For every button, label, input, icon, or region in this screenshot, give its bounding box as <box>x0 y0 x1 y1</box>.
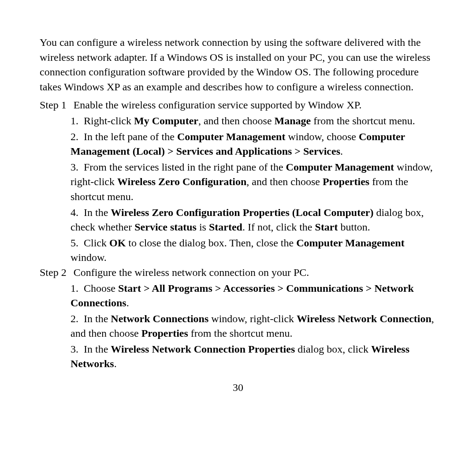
bold-term: Computer Management <box>296 237 405 249</box>
substep-number: 1. <box>71 115 78 126</box>
step-1-substeps: 1. Right-click My Computer, and then cho… <box>40 114 436 265</box>
substep-text: dialog box, click <box>295 343 371 355</box>
substep-number: 3. <box>71 161 78 173</box>
substep-text: Choose <box>84 283 118 294</box>
bold-term: My Computer <box>134 115 198 126</box>
step-1-sub-1: 1. Right-click My Computer, and then cho… <box>71 114 436 129</box>
substep-text: In the left pane of the <box>84 131 177 142</box>
substep-text: In the <box>84 313 111 324</box>
substep-text: button. <box>338 221 370 233</box>
step-2: Step 2 Configure the wireless network co… <box>40 265 436 280</box>
substep-text: window, choose <box>285 131 358 142</box>
bold-term: Wireless Network Connection <box>297 313 431 324</box>
step-1-sub-3: 3. From the services listed in the right… <box>71 160 436 205</box>
bold-term: Computer Management <box>177 131 286 142</box>
bold-term: Wireless Zero Configuration Properties (… <box>111 207 373 218</box>
substep-number: 3. <box>71 343 78 355</box>
step-2-substeps: 1. Choose Start > All Programs > Accesso… <box>40 281 436 372</box>
page-number: 30 <box>40 380 436 395</box>
substep-text: is <box>197 221 209 233</box>
step-2-title: Configure the wireless network connectio… <box>74 265 436 280</box>
substep-text: , and then choose <box>198 115 275 126</box>
bold-term: Properties <box>141 327 188 339</box>
bold-term: Manage <box>275 115 311 126</box>
substep-text: , and then choose <box>246 176 323 187</box>
document-page: You can configure a wireless network con… <box>0 0 476 413</box>
bold-term: Computer Management <box>286 161 394 173</box>
step-2-sub-2: 2. In the Network Connections window, ri… <box>71 312 436 341</box>
substep-number: 5. <box>71 237 78 249</box>
substep-text: . <box>340 145 343 157</box>
bold-term: Wireless Zero Configuration <box>117 176 246 187</box>
bold-term: Start > All Programs > Accessories > Com… <box>71 283 414 309</box>
step-1-title: Enable the wireless configuration servic… <box>74 98 436 113</box>
step-1-sub-2: 2. In the left pane of the Computer Mana… <box>71 130 436 159</box>
bold-term: OK <box>109 237 126 249</box>
step-1-sub-4: 4. In the Wireless Zero Configuration Pr… <box>71 205 436 235</box>
substep-number: 2. <box>71 313 78 324</box>
step-2-sub-3: 3. In the Wireless Network Connection Pr… <box>71 342 436 372</box>
bold-term: Network Connections <box>111 313 208 324</box>
substep-text: From the services listed in the right pa… <box>84 161 286 173</box>
step-1: Step 1 Enable the wireless configuration… <box>40 98 436 113</box>
substep-text: Click <box>84 237 109 249</box>
step-2-label: Step 2 <box>40 265 74 280</box>
substep-number: 2. <box>71 131 78 142</box>
substep-text: . If not, click the <box>242 221 315 233</box>
bold-term: Wireless Network Connection Properties <box>111 343 295 355</box>
intro-paragraph: You can configure a wireless network con… <box>40 35 436 94</box>
substep-text: from the shortcut menu. <box>188 327 293 339</box>
substep-text: window, right-click <box>208 313 297 324</box>
substep-text: . <box>126 297 129 309</box>
bold-term: Started <box>209 221 242 233</box>
substep-text: In the <box>84 343 111 355</box>
substep-number: 4. <box>71 207 78 218</box>
substep-text: In the <box>84 207 111 218</box>
step-2-sub-1: 1. Choose Start > All Programs > Accesso… <box>71 281 436 311</box>
step-1-label: Step 1 <box>40 98 74 113</box>
bold-term: Service status <box>134 221 197 233</box>
substep-text: Right-click <box>84 115 134 126</box>
bold-term: Start <box>315 221 338 233</box>
substep-text: from the shortcut menu. <box>311 115 415 126</box>
substep-text: . <box>114 358 117 369</box>
substep-text: window. <box>71 252 107 263</box>
substep-text: to close the dialog box. Then, close the <box>126 237 296 249</box>
substep-number: 1. <box>71 283 78 294</box>
step-1-sub-5: 5. Click OK to close the dialog box. The… <box>71 236 436 265</box>
bold-term: Properties <box>323 176 369 187</box>
